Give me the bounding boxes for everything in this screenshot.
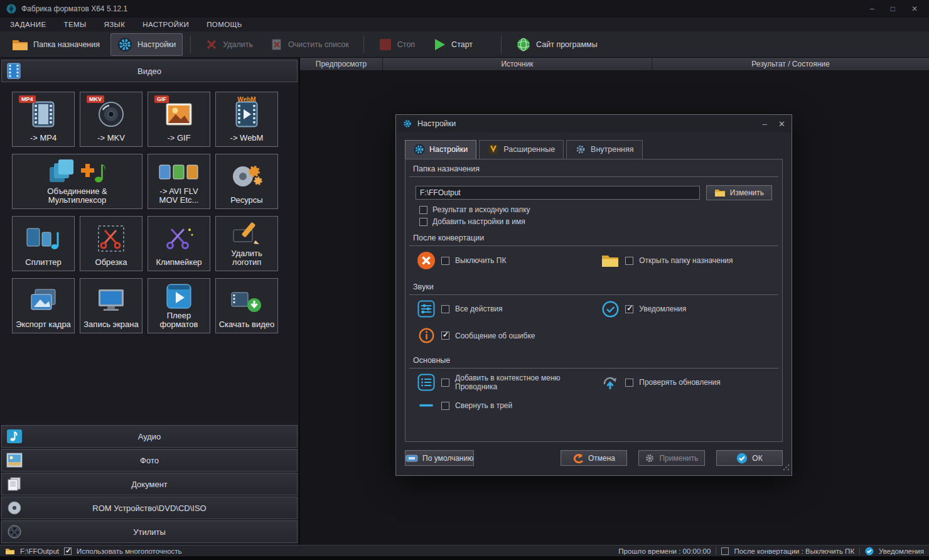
notification-bell-icon: [865, 547, 874, 556]
option-notifications: Уведомления: [601, 301, 771, 318]
close-button[interactable]: ✕: [911, 4, 918, 13]
tile-clipmaker[interactable]: Клипмейкер: [148, 216, 210, 271]
section-audio[interactable]: Аудио: [1, 425, 298, 448]
tile-label: Обрезка: [94, 258, 129, 267]
error-message-checkbox[interactable]: [441, 331, 449, 340]
clear-list-icon: [271, 38, 283, 51]
section-video[interactable]: Видео: [1, 60, 298, 82]
tile-label: Ресурсы: [228, 196, 264, 205]
remove-button[interactable]: Удалить: [198, 35, 260, 55]
tile-to-gif[interactable]: GIF -> GIF: [148, 92, 210, 147]
tray-dash-icon: [417, 403, 436, 408]
tile-format-player[interactable]: Плеер форматов: [148, 278, 210, 333]
menubar: ЗАДАНИЕ ТЕМЫ ЯЗЫК НАСТРОЙКИ ПОМОЩЬ: [0, 18, 929, 31]
minimize-tray-checkbox[interactable]: [441, 402, 449, 410]
add-settings-to-name-checkbox[interactable]: [419, 218, 427, 226]
menu-themes[interactable]: ТЕМЫ: [64, 21, 87, 28]
folder-icon: [12, 38, 28, 51]
dest-path-input[interactable]: [416, 186, 700, 200]
tile-crop[interactable]: Обрезка: [80, 216, 142, 271]
menu-task[interactable]: ЗАДАНИЕ: [10, 21, 46, 28]
section-photo[interactable]: Фото: [1, 449, 298, 471]
dialog-resize-grip[interactable]: [783, 462, 790, 473]
dialog-close-button[interactable]: ✕: [778, 119, 785, 129]
multi-formats-icon: [148, 154, 210, 187]
minimize-button[interactable]: –: [870, 4, 874, 13]
apply-button[interactable]: Применить: [638, 450, 705, 466]
tile-screen-record[interactable]: Запись экрана: [80, 278, 142, 333]
dialog-tabs: Настройки Расширенные Внутренняя: [396, 132, 792, 159]
tile-to-avi-flv-mov[interactable]: -> AVI FLV MOV Etc...: [148, 154, 210, 209]
option-check-updates: Проверять обновления: [601, 374, 771, 390]
after-convert-options: Выключить ПК Открыть папку назначения: [405, 246, 782, 275]
status-notifications-label[interactable]: Уведомления: [879, 547, 924, 555]
dest-folder-button[interactable]: Папка назначения: [5, 35, 107, 55]
tab-settings[interactable]: Настройки: [405, 140, 476, 159]
tile-mux-merge[interactable]: Объединение & Мультиплексор: [12, 154, 142, 209]
dialog-gear-icon: [402, 119, 412, 129]
ok-button[interactable]: ОК: [716, 450, 783, 466]
clear-list-button[interactable]: Очистить список: [264, 35, 356, 55]
tile-export-frame[interactable]: Экспорт кадра: [12, 278, 75, 333]
after-convert-checkbox[interactable]: [721, 547, 729, 555]
tile-label: Плеер форматов: [148, 311, 210, 330]
dialog-minimize-button[interactable]: –: [763, 119, 767, 129]
dest-folder-row: Изменить: [416, 185, 772, 200]
menu-help[interactable]: ПОМОЩЬ: [207, 21, 242, 28]
general-options-row-1: Добавить в контекстное меню Проводника П…: [405, 369, 782, 396]
tile-splitter[interactable]: Сплиттер: [12, 216, 75, 271]
settings-dialog: Настройки – ✕ Настройки Расширенные Внут…: [395, 114, 792, 476]
mkv-badge: MKV: [87, 95, 104, 103]
section-utilities[interactable]: Утилиты: [1, 520, 298, 543]
stop-button[interactable]: Стоп: [372, 34, 422, 55]
open-dest-folder-checkbox[interactable]: [625, 257, 633, 265]
tile-to-webm[interactable]: WebM -> WebM: [215, 92, 278, 147]
option-label: Выключить ПК: [455, 256, 506, 265]
tile-resources[interactable]: Ресурсы: [215, 154, 278, 209]
website-button[interactable]: Сайт программы: [509, 33, 604, 56]
all-actions-checkbox[interactable]: [441, 305, 449, 313]
tile-label: Объединение & Мультиплексор: [30, 187, 124, 205]
tile-to-mkv[interactable]: MKV -> MKV: [80, 92, 142, 147]
option-label: Открыть папку назначения: [639, 256, 733, 265]
option-label: Все действия: [455, 304, 502, 313]
statusbar-right: Прошло времени : 00:00:00 После конверта…: [618, 547, 924, 556]
column-header-preview[interactable]: Предпросмотр: [300, 58, 383, 70]
merge-mux-icon: [13, 154, 142, 187]
section-document[interactable]: Документ: [1, 473, 298, 495]
start-button[interactable]: Старт: [426, 34, 480, 55]
multithread-checkbox[interactable]: [64, 547, 72, 555]
settings-tab-panel: Папка назначения Изменить Результат в ис…: [405, 159, 783, 442]
update-cloud-icon: [601, 374, 620, 390]
menu-settings[interactable]: НАСТРОЙКИ: [142, 21, 189, 28]
tab-internal[interactable]: Внутренняя: [566, 140, 642, 159]
app-icon: [6, 4, 16, 14]
column-header-result[interactable]: Результат / Состояние: [652, 58, 929, 70]
tile-to-mp4[interactable]: MP4 -> MP4: [12, 92, 75, 147]
change-folder-button[interactable]: Изменить: [706, 185, 772, 200]
tab-advanced[interactable]: Расширенные: [479, 140, 564, 159]
tile-remove-logo[interactable]: Удалить логотип: [215, 216, 278, 271]
check-updates-checkbox[interactable]: [625, 379, 633, 387]
notifications-checkbox[interactable]: [625, 305, 633, 313]
cancel-button[interactable]: Отмена: [561, 450, 627, 466]
column-header-source[interactable]: Источник: [383, 58, 652, 70]
gear-icon: [117, 37, 132, 52]
shutdown-pc-checkbox[interactable]: [441, 257, 449, 265]
download-video-icon: [216, 279, 277, 320]
file-list-header: Предпросмотр Источник Результат / Состоя…: [300, 58, 929, 71]
section-rom-device[interactable]: ROM Устройство\DVD\CD\ISO: [1, 497, 298, 519]
default-button[interactable]: По умолчанию: [405, 450, 474, 466]
menu-language[interactable]: ЯЗЫК: [104, 21, 126, 28]
settings-button[interactable]: Настройки: [110, 33, 183, 56]
context-menu-checkbox[interactable]: [441, 379, 449, 387]
webm-badge: WebM: [235, 95, 258, 104]
tab-label: Настройки: [429, 145, 468, 154]
dialog-action-buttons: Отмена Применить ОК: [561, 450, 783, 466]
result-to-source-checkbox[interactable]: [419, 206, 427, 214]
tile-download-video[interactable]: Скачать видео: [215, 278, 278, 333]
maximize-button[interactable]: □: [891, 4, 895, 13]
dialog-title: Настройки: [417, 119, 456, 128]
toolbar-separator: [190, 36, 191, 53]
tile-label: Сплиттер: [23, 258, 63, 267]
